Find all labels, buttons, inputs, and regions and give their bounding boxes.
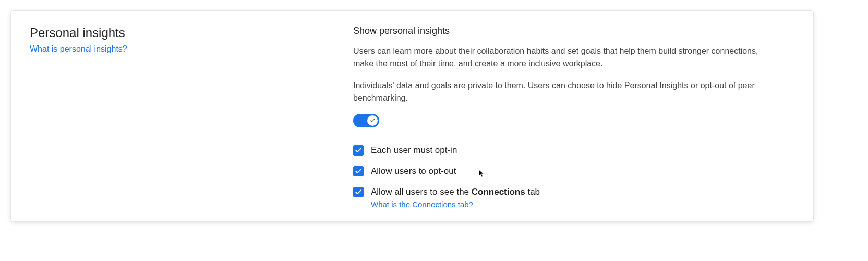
option-label: Allow users to opt-out: [371, 165, 456, 177]
option-label-prefix: Allow all users to see the: [371, 187, 472, 197]
setting-description-2: Individuals' data and goals are private …: [353, 79, 760, 104]
option-label-suffix: tab: [525, 187, 540, 197]
option-row: Each user must opt-in: [353, 144, 794, 157]
settings-content-column: Show personal insights Users can learn m…: [353, 26, 794, 209]
section-title: Personal insights: [30, 26, 353, 40]
toggle-knob: [367, 115, 378, 126]
checkbox-connections-tab[interactable]: [353, 187, 364, 197]
connections-tab-help-link[interactable]: What is the Connections tab?: [371, 200, 540, 209]
checkbox-opt-out[interactable]: [353, 166, 364, 176]
option-label-bold: Connections: [472, 187, 525, 197]
checkbox-opt-in[interactable]: [353, 145, 364, 156]
option-label: Each user must opt-in: [371, 144, 457, 157]
option-label: Allow all users to see the Connections t…: [371, 186, 540, 198]
section-header-column: Personal insights What is personal insig…: [30, 26, 353, 209]
option-row: Allow users to opt-out: [353, 165, 794, 177]
setting-description-1: Users can learn more about their collabo…: [353, 45, 760, 70]
option-label-wrap: Allow all users to see the Connections t…: [371, 186, 540, 209]
check-icon: [355, 168, 362, 175]
cursor-icon: [478, 169, 486, 179]
settings-card: Personal insights What is personal insig…: [10, 10, 814, 222]
option-row: Allow all users to see the Connections t…: [353, 186, 794, 209]
personal-insights-help-link[interactable]: What is personal insights?: [30, 44, 127, 53]
check-icon: [370, 118, 375, 123]
show-insights-toggle[interactable]: [353, 114, 379, 127]
check-icon: [355, 147, 362, 154]
setting-title: Show personal insights: [353, 26, 794, 37]
check-icon: [355, 188, 362, 196]
